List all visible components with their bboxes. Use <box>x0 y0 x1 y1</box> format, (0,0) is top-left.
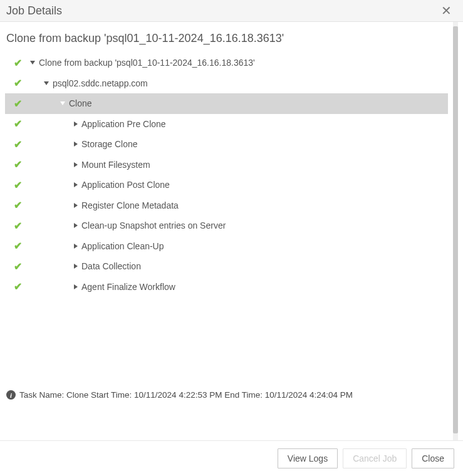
scrollbar-track[interactable] <box>453 22 458 442</box>
tree-node-text: Agent Finalize Workflow <box>81 282 175 292</box>
caret-right-icon[interactable] <box>74 162 78 167</box>
status-cell: ✔ <box>5 138 30 150</box>
caret-right-icon[interactable] <box>74 203 78 208</box>
status-cell: ✔ <box>5 220 30 232</box>
success-check-icon: ✔ <box>14 199 22 211</box>
tree-node-text: Clean-up Snapshot entries on Server <box>81 220 226 230</box>
success-check-icon: ✔ <box>14 77 22 89</box>
title-bar: Job Details ✕ <box>0 0 463 22</box>
status-cell: ✔ <box>5 240 30 252</box>
tree-label[interactable]: Clone from backup 'psql01_10-11-2024_16.… <box>30 58 255 68</box>
success-check-icon: ✔ <box>14 138 22 150</box>
tree-row[interactable]: ✔Agent Finalize Workflow <box>5 277 448 298</box>
cancel-job-button: Cancel Job <box>343 448 407 468</box>
tree-row[interactable]: ✔Application Clean-Up <box>5 236 448 257</box>
tree-row[interactable]: ✔Clean-up Snapshot entries on Server <box>5 215 448 236</box>
dialog-body: Clone from backup 'psql01_10-11-2024_16.… <box>0 22 463 442</box>
caret-right-icon[interactable] <box>74 284 78 289</box>
tree-row[interactable]: ✔Mount Filesystem <box>5 155 448 175</box>
tree-row[interactable]: ✔Clone from backup 'psql01_10-11-2024_16… <box>5 53 448 73</box>
job-subtitle: Clone from backup 'psql01_10-11-2024_16.… <box>0 22 458 53</box>
button-bar: View Logs Cancel Job Close <box>0 440 463 476</box>
caret-right-icon[interactable] <box>74 122 78 127</box>
caret-right-icon[interactable] <box>74 142 78 147</box>
success-check-icon: ✔ <box>14 179 22 191</box>
tree-node-text: Application Post Clone <box>81 180 170 190</box>
job-tree: ✔Clone from backup 'psql01_10-11-2024_16… <box>0 53 458 297</box>
task-status-text: Task Name: Clone Start Time: 10/11/2024 … <box>19 390 353 400</box>
tree-node-text: Storage Clone <box>81 139 138 149</box>
success-check-icon: ✔ <box>14 261 22 272</box>
tree-label[interactable]: Storage Clone <box>30 139 138 149</box>
caret-right-icon[interactable] <box>74 264 78 269</box>
status-cell: ✔ <box>5 158 30 170</box>
tree-row[interactable]: ✔Data Collection <box>5 256 448 277</box>
tree-label[interactable]: psql02.sddc.netapp.com <box>30 78 148 88</box>
close-icon[interactable]: ✕ <box>439 3 454 18</box>
tree-row[interactable]: ✔psql02.sddc.netapp.com <box>5 73 448 94</box>
scrollbar-thumb[interactable] <box>453 26 458 433</box>
tree-label[interactable]: Application Clean-Up <box>30 241 164 251</box>
tree-node-text: Clone <box>69 98 92 108</box>
tree-node-text: Data Collection <box>81 261 141 271</box>
success-check-icon: ✔ <box>14 281 22 292</box>
tree-node-text: Application Pre Clone <box>81 119 166 129</box>
caret-right-icon[interactable] <box>74 223 78 228</box>
tree-label[interactable]: Mount Filesystem <box>30 160 150 170</box>
view-logs-button[interactable]: View Logs <box>278 448 338 468</box>
tree-row[interactable]: ✔Register Clone Metadata <box>5 195 448 216</box>
tree-node-text: Register Clone Metadata <box>81 200 179 210</box>
caret-down-icon[interactable] <box>44 81 49 85</box>
tree-row[interactable]: ✔Application Post Clone <box>5 175 448 195</box>
status-cell: ✔ <box>5 199 30 211</box>
success-check-icon: ✔ <box>14 240 22 252</box>
tree-row[interactable]: ✔Clone <box>5 93 448 114</box>
status-cell: ✔ <box>5 57 30 69</box>
tree-label[interactable]: Clone <box>30 98 92 108</box>
tree-node-text: Application Clean-Up <box>81 241 164 251</box>
status-cell: ✔ <box>5 77 30 89</box>
caret-down-icon[interactable] <box>60 101 65 105</box>
success-check-icon: ✔ <box>14 57 22 69</box>
tree-label[interactable]: Data Collection <box>30 261 141 271</box>
tree-label[interactable]: Application Post Clone <box>30 180 170 190</box>
status-cell: ✔ <box>5 98 30 110</box>
success-check-icon: ✔ <box>14 220 22 232</box>
success-check-icon: ✔ <box>14 158 22 170</box>
status-cell: ✔ <box>5 261 30 272</box>
tree-label[interactable]: Clean-up Snapshot entries on Server <box>30 220 226 230</box>
status-cell: ✔ <box>5 118 30 130</box>
info-icon: i <box>6 390 16 400</box>
caret-down-icon[interactable] <box>30 61 35 65</box>
tree-label[interactable]: Register Clone Metadata <box>30 200 179 210</box>
tree-node-text: psql02.sddc.netapp.com <box>53 78 148 88</box>
tree-node-text: Mount Filesystem <box>81 160 150 170</box>
tree-label[interactable]: Application Pre Clone <box>30 119 166 129</box>
dialog-title: Job Details <box>6 4 62 18</box>
caret-right-icon[interactable] <box>74 244 78 249</box>
tree-label[interactable]: Agent Finalize Workflow <box>30 282 175 292</box>
status-cell: ✔ <box>5 179 30 191</box>
success-check-icon: ✔ <box>14 118 22 130</box>
close-button[interactable]: Close <box>412 448 454 468</box>
status-cell: ✔ <box>5 281 30 292</box>
tree-node-text: Clone from backup 'psql01_10-11-2024_16.… <box>39 58 255 68</box>
caret-right-icon[interactable] <box>74 182 78 187</box>
success-check-icon: ✔ <box>14 98 22 110</box>
tree-row[interactable]: ✔Application Pre Clone <box>5 114 448 135</box>
task-status-line: i Task Name: Clone Start Time: 10/11/202… <box>0 386 458 403</box>
tree-row[interactable]: ✔Storage Clone <box>5 134 448 155</box>
